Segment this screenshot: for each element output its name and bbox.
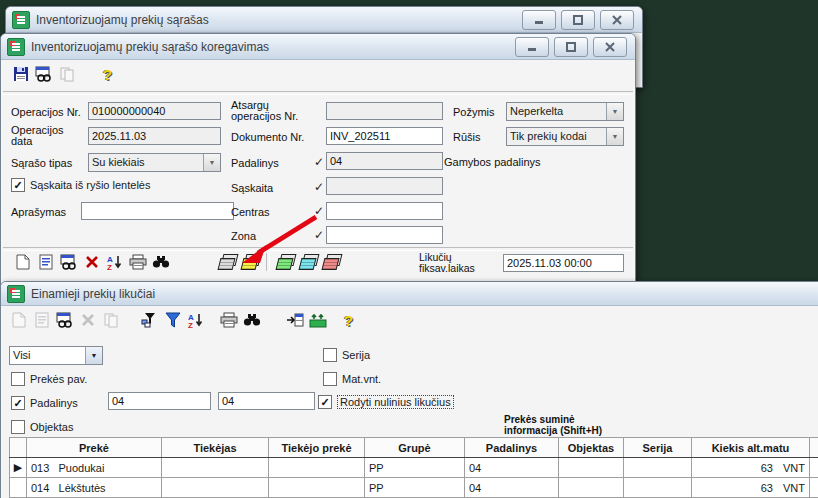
maximize-button[interactable]: [554, 37, 588, 57]
cell-tiekejas[interactable]: [162, 458, 269, 478]
copy-button[interactable]: [57, 65, 76, 83]
dropdown-arrow-icon[interactable]: ▼: [606, 128, 623, 145]
cell-preke[interactable]: 014 Lėkštutės: [27, 478, 162, 498]
record-view-button[interactable]: [59, 253, 78, 271]
stock-red-button[interactable]: [322, 253, 341, 271]
saskaita-check-icon: ✓: [314, 180, 324, 194]
stock-yellow-button[interactable]: [241, 253, 260, 271]
open-record-button[interactable]: [36, 253, 55, 271]
window1-titlebar[interactable]: Inventorizuojamų prekių sąrašas: [6, 7, 642, 33]
cell-preke[interactable]: 013 Puodukai: [27, 458, 162, 478]
saskaita-field[interactable]: [326, 177, 443, 195]
cell-tiekejo-preke[interactable]: [269, 478, 365, 498]
cell-tiekejas[interactable]: [162, 478, 269, 498]
col-objektas[interactable]: Objektas: [559, 438, 624, 458]
dropdown-arrow-icon[interactable]: ▼: [606, 103, 623, 120]
search-button[interactable]: [151, 253, 170, 271]
stock-green-button[interactable]: [276, 253, 295, 271]
minimize-button[interactable]: [522, 10, 556, 30]
cell-serija[interactable]: [624, 478, 692, 498]
stock-gray-button[interactable]: [218, 253, 237, 271]
centras-check-icon: ✓: [314, 204, 324, 218]
operacijos-data-field[interactable]: [88, 127, 221, 145]
mat-vnt-checkbox[interactable]: Mat.vnt.: [323, 372, 381, 386]
close-button[interactable]: [593, 37, 627, 57]
rusis-select[interactable]: Tik prekių kodai ▼: [506, 127, 624, 146]
print-button[interactable]: [219, 311, 238, 329]
insert-to-document-button[interactable]: [285, 311, 304, 329]
padalinys-field[interactable]: [326, 152, 443, 170]
sort-button[interactable]: AZ: [105, 253, 124, 271]
padalinys-from-field[interactable]: [108, 392, 211, 410]
scope-value: Visi: [10, 347, 85, 364]
window3-titlebar[interactable]: Einamieji prekių likučiai: [1, 282, 818, 306]
table-row[interactable]: ▶ 013 Puodukai PP 04 63VNT: [10, 458, 818, 478]
delete-button[interactable]: [78, 311, 97, 329]
cell-serija[interactable]: [624, 458, 692, 478]
record-view-button[interactable]: [55, 311, 74, 329]
copy-button[interactable]: [101, 311, 120, 329]
dropdown-arrow-icon[interactable]: ▼: [85, 347, 102, 364]
saraso-tipas-select[interactable]: Su kiekiais ▼: [88, 153, 221, 172]
dokumento-nr-field[interactable]: [326, 127, 443, 145]
quick-filter-button[interactable]: [140, 311, 159, 329]
filter-button[interactable]: [163, 311, 182, 329]
delete-button[interactable]: [82, 253, 101, 271]
objektas-checkbox[interactable]: Objektas: [11, 420, 73, 434]
col-tiekejas[interactable]: Tiekėjas: [162, 438, 269, 458]
scope-select[interactable]: Visi ▼: [9, 346, 103, 365]
likuciu-fiksav-field[interactable]: [503, 254, 624, 272]
window2-titlebar[interactable]: Inventorizuojamų prekių sąrašo koregavim…: [1, 34, 635, 60]
col-serija[interactable]: Serija: [624, 438, 692, 458]
maximize-button[interactable]: [561, 10, 595, 30]
open-record-button[interactable]: [32, 311, 51, 329]
col-preke[interactable]: Prekė: [27, 438, 162, 458]
new-record-button[interactable]: [9, 311, 28, 329]
cell-kiekis[interactable]: 63VNT: [692, 478, 810, 498]
search-button[interactable]: [242, 311, 261, 329]
cell-grupe[interactable]: PP: [365, 478, 465, 498]
padalinys-filter-checkbox[interactable]: ✓ Padalinys: [11, 396, 78, 410]
col-grupe[interactable]: Grupė: [365, 438, 465, 458]
cell-grupe[interactable]: PP: [365, 458, 465, 478]
save-button[interactable]: [11, 65, 30, 83]
cell-objektas[interactable]: [559, 458, 624, 478]
dropdown-arrow-icon[interactable]: ▼: [203, 154, 220, 171]
zona-label: Zona: [231, 230, 256, 242]
serija-checkbox[interactable]: Serija: [323, 348, 370, 362]
cell-kiekis[interactable]: 63VNT: [692, 458, 810, 478]
cell-padalinys[interactable]: 04: [465, 458, 559, 478]
col-tiekejo-preke[interactable]: Tiekėjo prekė: [269, 438, 365, 458]
atsargu-operacijos-nr-field[interactable]: [326, 102, 443, 120]
document-icon: [39, 254, 53, 270]
minimize-button[interactable]: [515, 37, 549, 57]
prekes-pav-checkbox[interactable]: Prekės pav.: [11, 372, 87, 386]
pozymis-select[interactable]: Neperkelta ▼: [506, 102, 624, 121]
row-selector-header: [10, 438, 27, 458]
zona-field[interactable]: [326, 226, 443, 244]
col-kiekis-alt-matu[interactable]: Kiekis alt.matu: [692, 438, 810, 458]
serija-label: Serija: [342, 349, 370, 361]
svg-text:Z: Z: [107, 263, 112, 270]
cell-objektas[interactable]: [559, 478, 624, 498]
print-button[interactable]: [128, 253, 147, 271]
centras-field[interactable]: [326, 202, 443, 220]
cell-padalinys[interactable]: 04: [465, 478, 559, 498]
padalinys-to-field[interactable]: [218, 392, 315, 410]
record-view-button[interactable]: [34, 65, 53, 83]
stock-cards-cyan-icon: [299, 254, 318, 270]
close-button[interactable]: [600, 10, 634, 30]
stock-cyan-button[interactable]: [299, 253, 318, 271]
col-padalinys[interactable]: Padalinys: [465, 438, 559, 458]
operacijos-nr-field[interactable]: [88, 102, 221, 120]
aprasymas-field[interactable]: [81, 202, 234, 220]
rodyti-nulinius-checkbox[interactable]: ✓ Rodyti nulinius likučius: [318, 395, 454, 409]
help-button[interactable]: ?: [339, 311, 358, 329]
table-row[interactable]: 014 Lėkštutės PP 04 63VNT: [10, 478, 818, 498]
stock-import-button[interactable]: [308, 311, 327, 329]
sort-button[interactable]: AZ: [186, 311, 205, 329]
new-record-button[interactable]: [13, 253, 32, 271]
cell-tiekejo-preke[interactable]: [269, 458, 365, 478]
saskaita-is-rysio-checkbox[interactable]: ✓ Sąskaita iš ryšio lentelės: [11, 178, 150, 192]
help-button[interactable]: ?: [98, 65, 117, 83]
